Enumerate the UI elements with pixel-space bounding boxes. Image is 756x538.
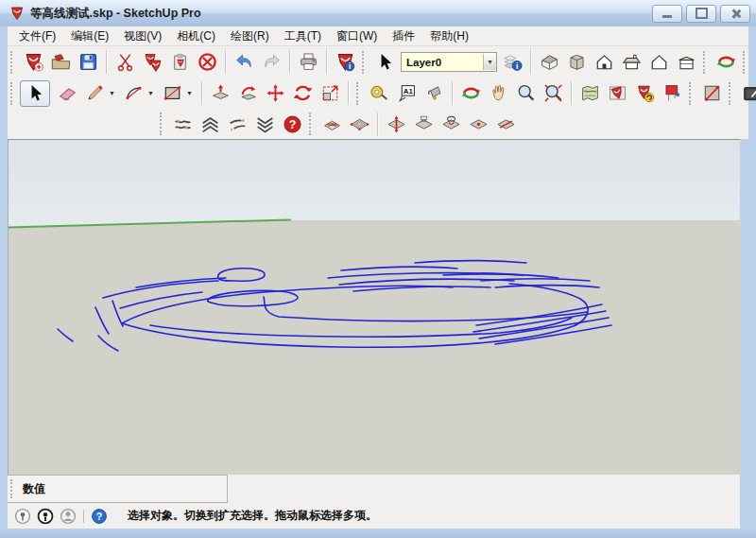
layer-select[interactable]: Layer0▼ <box>401 52 497 72</box>
delete-button[interactable] <box>194 49 221 76</box>
measurements-row: 数值 <box>8 475 740 503</box>
pan-icon <box>489 83 508 103</box>
toolbar-drag-handle[interactable] <box>309 113 317 135</box>
grid-button[interactable] <box>346 111 373 137</box>
menu-file[interactable]: 文件(F) <box>11 26 63 46</box>
drape-button[interactable] <box>438 111 465 137</box>
drawing-canvas[interactable] <box>8 139 740 475</box>
orbit2-button[interactable] <box>713 49 740 76</box>
stamp-button[interactable] <box>410 111 438 137</box>
toolbar-drag-handle[interactable] <box>160 113 167 135</box>
redo-button[interactable] <box>258 49 285 76</box>
pencil-button[interactable] <box>81 80 109 107</box>
eraser-button[interactable] <box>54 80 81 107</box>
copy-button[interactable] <box>139 49 166 76</box>
toolbar-drag-handle[interactable] <box>10 51 18 74</box>
zoomext-button[interactable] <box>540 80 567 107</box>
pad-icon <box>742 83 756 103</box>
back-button[interactable] <box>645 49 673 76</box>
right-button[interactable] <box>618 49 645 76</box>
combo-dropdown-icon[interactable]: ▼ <box>483 54 496 70</box>
toolbar-separator <box>106 50 108 74</box>
menu-window[interactable]: 窗口(W) <box>329 26 385 46</box>
chevup-button[interactable] <box>197 111 224 137</box>
print-button[interactable] <box>295 49 322 76</box>
toolbar-separator <box>452 81 454 105</box>
waves-button[interactable] <box>169 111 197 137</box>
rotate-button[interactable] <box>289 80 317 107</box>
window-title: 等高线测试.skp - SketchUp Pro <box>30 6 652 22</box>
menu-draw[interactable]: 绘图(R) <box>223 26 277 46</box>
copy-icon <box>143 52 163 72</box>
geolocation-icon[interactable] <box>14 508 31 525</box>
shelf-button[interactable] <box>752 49 756 76</box>
menu-view[interactable]: 视图(V) <box>116 26 169 46</box>
menu-tools[interactable]: 工具(T) <box>277 26 329 46</box>
shieldcompass-button[interactable] <box>631 80 659 107</box>
detail-button[interactable] <box>465 111 492 137</box>
shieldrot-button[interactable] <box>604 80 631 107</box>
help-icon[interactable] <box>91 508 108 525</box>
dropdown-arrow-icon[interactable]: ▼ <box>147 90 159 96</box>
cut-button[interactable] <box>112 49 139 76</box>
rect-button[interactable] <box>159 80 186 107</box>
iso-button[interactable] <box>536 49 563 76</box>
save-button[interactable] <box>75 49 102 76</box>
redo-icon <box>262 52 282 72</box>
toolbar-drag-handle[interactable] <box>10 479 17 498</box>
dropdown-arrow-icon[interactable]: ▼ <box>109 90 120 96</box>
undo-button[interactable] <box>231 49 258 76</box>
menu-plugins[interactable]: 插件 <box>385 26 422 46</box>
left-button[interactable] <box>673 49 700 76</box>
map-button[interactable] <box>576 80 604 107</box>
move-button[interactable] <box>262 80 289 107</box>
modelinfo-button[interactable] <box>332 49 359 76</box>
close-button[interactable] <box>720 5 750 23</box>
chevdown-button[interactable] <box>251 111 279 137</box>
maximize-button[interactable] <box>686 5 716 23</box>
claim-credit-icon[interactable] <box>37 508 54 525</box>
pad-button[interactable] <box>738 80 756 107</box>
menu-help[interactable]: 帮助(H) <box>422 26 476 46</box>
orbit-button[interactable] <box>457 80 485 107</box>
dropdown-arrow-icon[interactable]: ▼ <box>186 90 198 96</box>
pushpull-button[interactable] <box>207 80 234 107</box>
toolbar-drag-handle[interactable] <box>689 82 696 105</box>
open-button[interactable] <box>47 49 75 76</box>
followme-button[interactable] <box>234 80 262 107</box>
menu-edit[interactable]: 编辑(E) <box>63 26 116 46</box>
sign-in-icon[interactable] <box>60 508 77 525</box>
toolbar-drag-handle[interactable] <box>729 82 736 105</box>
layercursor-button[interactable] <box>371 49 399 76</box>
contour-button[interactable] <box>318 111 346 137</box>
slants-button[interactable] <box>224 111 251 137</box>
helpred-button[interactable] <box>279 111 306 137</box>
top-button[interactable] <box>563 49 591 76</box>
toolbar-drag-handle[interactable] <box>743 51 750 74</box>
ground-plane[interactable] <box>9 220 741 477</box>
toolbar-drag-handle[interactable] <box>10 82 18 105</box>
arc-button[interactable] <box>120 80 147 107</box>
shieldcompass-icon <box>635 83 655 103</box>
title-bar[interactable]: 等高线测试.skp - SketchUp Pro <box>0 0 756 26</box>
flip-button[interactable] <box>492 111 520 137</box>
paint-button[interactable] <box>421 80 448 107</box>
select-button[interactable] <box>20 80 50 107</box>
paste-button[interactable] <box>166 49 194 76</box>
textA1-button[interactable] <box>393 80 421 107</box>
layermgr-button[interactable] <box>499 49 526 76</box>
pan-button[interactable] <box>485 80 512 107</box>
toolbar-drag-handle[interactable] <box>362 51 369 74</box>
flag-button[interactable] <box>659 80 686 107</box>
tape-button[interactable] <box>366 80 393 107</box>
minimize-button[interactable] <box>652 5 682 23</box>
diagonal-button[interactable] <box>698 80 726 107</box>
zoom-button[interactable] <box>512 80 540 107</box>
smoove-button[interactable] <box>383 111 410 137</box>
new-button[interactable] <box>20 49 47 76</box>
menu-camera[interactable]: 相机(C) <box>169 26 223 46</box>
toolbar-drag-handle[interactable] <box>356 82 364 105</box>
toolbar-drag-handle[interactable] <box>703 51 711 74</box>
front-button[interactable] <box>591 49 618 76</box>
scale-button[interactable] <box>317 80 344 107</box>
